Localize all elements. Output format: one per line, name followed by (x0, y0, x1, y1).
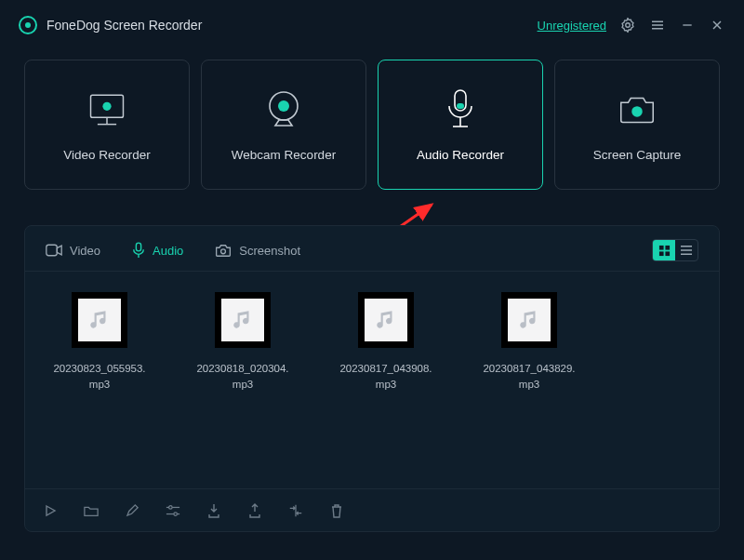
mode-video-recorder[interactable]: Video Recorder (24, 60, 190, 190)
app-title: FoneDog Screen Recorder (46, 18, 202, 33)
svg-point-0 (626, 23, 631, 28)
file-item[interactable]: 20230823_055953.mp3 (51, 292, 148, 392)
svg-rect-20 (136, 243, 140, 251)
mode-audio-recorder[interactable]: Audio Recorder (378, 60, 543, 190)
app-logo-icon (19, 16, 37, 34)
play-button[interactable] (42, 502, 59, 519)
mode-label: Audio Recorder (417, 148, 504, 162)
title-bar: FoneDog Screen Recorder Unregistered (0, 0, 744, 50)
file-name: 20230823_055953.mp3 (51, 361, 148, 392)
svg-rect-23 (658, 245, 663, 249)
svg-rect-25 (658, 251, 663, 256)
view-toggle (652, 239, 698, 261)
mode-screen-capture[interactable]: Screen Capture (554, 60, 720, 190)
camera-icon (616, 88, 658, 131)
music-note-icon (374, 308, 398, 332)
file-grid: 20230823_055953.mp3 20230818_020304.mp3 … (25, 272, 719, 412)
mode-webcam-recorder[interactable]: Webcam Recorder (201, 60, 366, 190)
svg-point-33 (174, 512, 178, 515)
library-panel: Video Audio Screenshot 20230823_055953.m… (24, 225, 720, 532)
minimize-icon[interactable] (679, 17, 696, 33)
tab-label: Video (70, 244, 100, 258)
svg-rect-16 (457, 103, 464, 109)
file-thumbnail (501, 292, 557, 348)
file-thumbnail (72, 292, 127, 348)
close-icon[interactable] (709, 17, 725, 33)
mode-label: Screen Capture (593, 148, 682, 162)
edit-button[interactable] (124, 502, 140, 519)
svg-point-12 (278, 100, 289, 112)
tab-video[interactable]: Video (46, 244, 100, 258)
file-thumbnail (358, 292, 414, 348)
tab-label: Audio (153, 244, 183, 258)
mode-selector: Video Recorder Webcam Recorder Audio Rec… (0, 50, 744, 190)
file-thumbnail (215, 292, 271, 348)
mode-label: Video Recorder (63, 148, 151, 162)
import-button[interactable] (206, 502, 222, 519)
library-toolbar (25, 488, 719, 531)
unregistered-link[interactable]: Unregistered (538, 19, 606, 33)
webcam-icon (262, 88, 305, 131)
svg-rect-24 (665, 245, 670, 249)
tab-label: Screenshot (239, 244, 300, 258)
convert-button[interactable] (287, 502, 304, 519)
music-note-icon (87, 308, 112, 332)
file-name: 20230817_043908.mp3 (338, 361, 434, 392)
file-item[interactable]: 20230817_043908.mp3 (338, 292, 434, 392)
svg-point-32 (169, 505, 173, 509)
library-tabs: Video Audio Screenshot (25, 226, 719, 272)
delete-button[interactable] (328, 502, 345, 519)
open-folder-button[interactable] (83, 502, 100, 519)
export-button[interactable] (246, 502, 263, 519)
music-note-icon (517, 308, 541, 332)
microphone-icon (439, 88, 482, 131)
svg-point-10 (102, 101, 111, 110)
file-name: 20230818_020304.mp3 (194, 361, 291, 392)
svg-point-17 (631, 106, 643, 117)
file-name: 20230817_043829.mp3 (481, 361, 578, 392)
tab-screenshot[interactable]: Screenshot (215, 244, 300, 258)
tab-audio[interactable]: Audio (132, 242, 183, 259)
music-note-icon (231, 308, 255, 332)
file-item[interactable]: 20230818_020304.mp3 (194, 292, 291, 392)
svg-rect-19 (46, 245, 57, 255)
file-item[interactable]: 20230817_043829.mp3 (481, 292, 578, 392)
grid-view-button[interactable] (653, 240, 675, 260)
monitor-icon (86, 88, 128, 131)
sliders-button[interactable] (165, 502, 181, 519)
settings-icon[interactable] (619, 17, 636, 33)
svg-point-22 (221, 248, 226, 253)
list-view-button[interactable] (675, 240, 698, 260)
menu-icon[interactable] (649, 17, 666, 33)
svg-rect-26 (665, 251, 670, 256)
mode-label: Webcam Recorder (232, 148, 336, 162)
